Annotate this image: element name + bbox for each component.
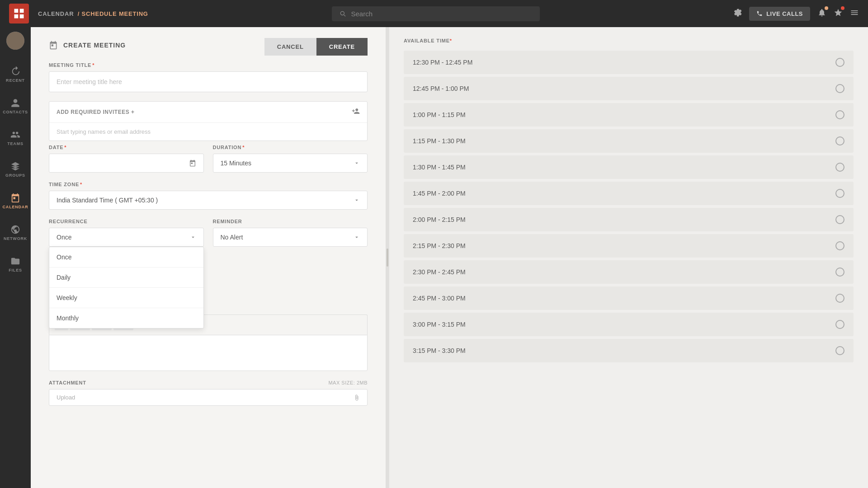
- invitees-header: ADD REQUIRED INVITEES +: [49, 102, 367, 123]
- starred-icon[interactable]: [834, 8, 843, 19]
- radio-circle[interactable]: [835, 58, 844, 67]
- main-content: CREATE MEETING CANCEL CREATE MEETING TIT…: [31, 27, 868, 488]
- person-add-icon: [352, 107, 360, 117]
- calendar-icon: [189, 160, 196, 167]
- date-field: DATE* June 2, 2023: [49, 145, 204, 173]
- meeting-title-input[interactable]: [49, 71, 368, 92]
- sidebar-item-files[interactable]: FILES: [0, 249, 31, 280]
- cancel-button[interactable]: CANCEL: [264, 38, 316, 56]
- radio-circle[interactable]: [835, 215, 844, 224]
- sidebar-item-recent[interactable]: RECENT: [0, 59, 31, 90]
- chevron-down-icon: [354, 197, 360, 203]
- recurrence-select[interactable]: Once: [49, 228, 204, 247]
- search-icon: [339, 10, 346, 17]
- time-slot[interactable]: 1:30 PM - 1:45 PM: [404, 155, 854, 179]
- time-slot-text: 1:45 PM - 2:00 PM: [413, 190, 466, 197]
- upload-button[interactable]: Upload: [49, 389, 368, 406]
- radio-circle[interactable]: [835, 84, 844, 93]
- recurrence-option-once[interactable]: Once: [49, 247, 203, 267]
- radio-circle[interactable]: [835, 136, 844, 145]
- duration-field: DURATION* 15 Minutes: [213, 145, 368, 173]
- sidebar-label-files: FILES: [9, 268, 22, 272]
- form-title: CREATE MEETING: [63, 42, 126, 49]
- notifications-icon[interactable]: [817, 8, 826, 19]
- time-slot-text: 1:15 PM - 1:30 PM: [413, 137, 466, 145]
- radio-circle[interactable]: [835, 110, 844, 119]
- recurrence-option-monthly[interactable]: Monthly: [49, 308, 203, 328]
- sidebar-label-contacts: CONTACTS: [3, 110, 28, 114]
- radio-circle[interactable]: [835, 163, 844, 172]
- breadcrumb-current: / SCHEDULE MEETING: [78, 10, 148, 17]
- invitees-label: ADD REQUIRED INVITEES +: [57, 109, 135, 115]
- radio-circle[interactable]: [835, 346, 844, 355]
- time-slot-text: 2:00 PM - 2:15 PM: [413, 216, 466, 223]
- form-actions: CANCEL CREATE: [264, 38, 368, 56]
- recurrence-dropdown: Once Daily Weekly Monthly: [49, 247, 204, 328]
- time-slot[interactable]: 12:45 PM - 1:00 PM: [404, 77, 854, 100]
- starred-badge: [841, 6, 844, 10]
- available-time-panel: AVAILABLE TIME* 12:30 PM - 12:45 PM12:45…: [389, 27, 868, 488]
- settings-icon[interactable]: [733, 8, 742, 19]
- time-slot[interactable]: 1:15 PM - 1:30 PM: [404, 129, 854, 153]
- time-slot[interactable]: 2:15 PM - 2:30 PM: [404, 234, 854, 258]
- sidebar-item-groups[interactable]: GROUPS: [0, 154, 31, 185]
- radio-circle[interactable]: [835, 294, 844, 303]
- recurrence-option-daily[interactable]: Daily: [49, 267, 203, 288]
- time-slot[interactable]: 3:15 PM - 3:30 PM: [404, 339, 854, 362]
- recurrence-option-weekly[interactable]: Weekly: [49, 288, 203, 308]
- sidebar: RECENT CONTACTS TEAMS GROUPS CALENDAR NE…: [0, 27, 31, 488]
- invitees-input[interactable]: [49, 123, 367, 141]
- sidebar-label-recent: RECENT: [6, 78, 25, 83]
- topnav-right: LIVE CALLS: [733, 7, 859, 21]
- create-meeting-form: CREATE MEETING CANCEL CREATE MEETING TIT…: [31, 27, 386, 488]
- time-slot-text: 12:30 PM - 12:45 PM: [413, 59, 472, 66]
- invitees-box: ADD REQUIRED INVITEES +: [49, 101, 368, 141]
- search-bar[interactable]: [332, 6, 540, 21]
- notification-badge: [825, 6, 828, 10]
- time-slot-text: 3:00 PM - 3:15 PM: [413, 321, 466, 328]
- time-slots-list: 12:30 PM - 12:45 PM12:45 PM - 1:00 PM1:0…: [404, 51, 854, 362]
- attachment-max: MAX SIZE: 2MB: [328, 380, 368, 385]
- attachment-row: ATTACHMENT MAX SIZE: 2MB: [49, 380, 368, 385]
- time-slot[interactable]: 2:00 PM - 2:15 PM: [404, 208, 854, 231]
- sidebar-item-teams[interactable]: TEAMS: [0, 122, 31, 154]
- radio-circle[interactable]: [835, 320, 844, 329]
- app-logo[interactable]: [9, 4, 29, 23]
- sidebar-label-groups: GROUPS: [5, 173, 25, 178]
- menu-icon[interactable]: [850, 8, 859, 19]
- live-calls-button[interactable]: LIVE CALLS: [749, 7, 810, 21]
- chevron-down-icon: [190, 234, 196, 240]
- sidebar-item-calendar[interactable]: CALENDAR: [0, 185, 31, 217]
- recurrence-reminder-row: RECURRENCE Once Once Daily Weekly Monthl…: [49, 219, 368, 256]
- duration-select[interactable]: 15 Minutes: [213, 154, 368, 173]
- reminder-select[interactable]: No Alert: [213, 228, 368, 247]
- date-input[interactable]: June 2, 2023: [49, 154, 204, 173]
- avatar[interactable]: [6, 32, 24, 50]
- timezone-select[interactable]: India Standard Time ( GMT +05:30 ): [49, 191, 368, 210]
- recurrence-field: RECURRENCE Once Once Daily Weekly Monthl…: [49, 219, 204, 256]
- chevron-down-icon: [354, 234, 360, 240]
- search-input[interactable]: [351, 10, 533, 18]
- create-button[interactable]: CREATE: [316, 38, 368, 56]
- reminder-field: REMINDER No Alert: [213, 219, 368, 256]
- attachment-label: ATTACHMENT: [49, 380, 86, 385]
- time-slot[interactable]: 3:00 PM - 3:15 PM: [404, 313, 854, 336]
- description-editor[interactable]: [49, 335, 368, 371]
- time-slot[interactable]: 1:00 PM - 1:15 PM: [404, 103, 854, 127]
- date-value[interactable]: June 2, 2023: [57, 160, 189, 167]
- sidebar-label-calendar: CALENDAR: [3, 205, 28, 209]
- time-slot[interactable]: 2:45 PM - 3:00 PM: [404, 286, 854, 310]
- topnav: CALENDAR / SCHEDULE MEETING LIVE CALLS: [0, 0, 868, 27]
- time-slot[interactable]: 2:30 PM - 2:45 PM: [404, 260, 854, 284]
- recurrence-container: Once Once Daily Weekly Monthly: [49, 228, 204, 247]
- sidebar-label-network: NETWORK: [4, 236, 27, 241]
- time-slot-text: 2:45 PM - 3:00 PM: [413, 295, 466, 302]
- radio-circle[interactable]: [835, 241, 844, 250]
- radio-circle[interactable]: [835, 267, 844, 277]
- time-slot[interactable]: 12:30 PM - 12:45 PM: [404, 51, 854, 74]
- time-slot[interactable]: 1:45 PM - 2:00 PM: [404, 182, 854, 205]
- radio-circle[interactable]: [835, 189, 844, 198]
- sidebar-item-network[interactable]: NETWORK: [0, 217, 31, 249]
- sidebar-item-contacts[interactable]: CONTACTS: [0, 90, 31, 122]
- time-slot-text: 2:30 PM - 2:45 PM: [413, 268, 466, 276]
